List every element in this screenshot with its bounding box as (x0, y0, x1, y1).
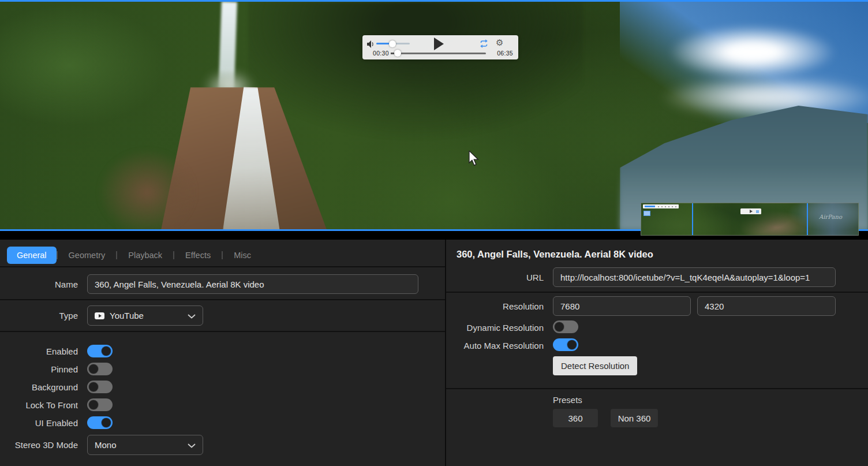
lock-to-front-toggle[interactable] (87, 398, 113, 411)
separator (0, 266, 445, 267)
mini-controls-box (740, 208, 761, 214)
ui-enabled-toggle[interactable] (87, 416, 113, 429)
enabled-toggle[interactable] (87, 345, 113, 357)
url-label: URL (446, 273, 544, 282)
youtube-icon (95, 312, 104, 319)
mouse-cursor (469, 151, 480, 169)
tab-general[interactable]: General (7, 247, 57, 264)
seek-thumb[interactable] (394, 50, 401, 57)
separator (0, 331, 445, 332)
gear-icon[interactable]: ⚙ (496, 38, 503, 48)
tab-misc[interactable]: Misc (223, 251, 262, 260)
resolution-height-input[interactable] (697, 296, 836, 316)
rocks (98, 149, 196, 231)
view-boundary-line (692, 203, 693, 235)
auto-max-resolution-label: Auto Max Resolution (446, 341, 544, 351)
mini-player-toolbar (643, 204, 679, 208)
background-label: Background (0, 382, 78, 392)
tab-playback[interactable]: Playback (117, 251, 173, 260)
type-value: YouTube (110, 311, 144, 320)
tab-geometry[interactable]: Geometry (58, 251, 117, 260)
dynamic-resolution-label: Dynamic Resolution (446, 323, 544, 333)
pinned-label: Pinned (0, 364, 78, 374)
url-input[interactable] (553, 267, 836, 287)
volume-slider[interactable] (376, 43, 410, 44)
cliff-scenery (248, 2, 583, 140)
resolution-width-input[interactable] (553, 296, 691, 316)
name-input[interactable] (87, 274, 418, 294)
type-dropdown[interactable]: YouTube (87, 305, 203, 326)
current-time-label: 00:30 (373, 50, 389, 57)
tab-bar: General Geometry Playback Effects Misc (7, 247, 262, 264)
panorama-preview-strip[interactable]: AirPano (641, 203, 859, 236)
lock-to-front-label: Lock To Front (0, 400, 78, 410)
mini-thumbnail-chip (643, 211, 650, 216)
seek-fill (391, 53, 398, 54)
play-button[interactable] (434, 38, 444, 50)
presets-label: Presets (553, 395, 582, 405)
cloud (669, 25, 836, 80)
video-viewport[interactable] (0, 0, 868, 231)
mini-toolbar-dots (658, 206, 676, 207)
video-player-controls: ⚙ 00:30 06:35 (362, 35, 518, 59)
app-window: ⚙ 00:30 06:35 AirPano General Geo (0, 0, 868, 466)
duration-label: 06:35 (497, 50, 513, 57)
resolution-label: Resolution (446, 301, 544, 311)
mini-volume-bar (645, 206, 655, 207)
name-label: Name (0, 279, 78, 289)
enabled-label: Enabled (0, 346, 78, 356)
detect-resolution-button[interactable]: Detect Resolution (553, 356, 637, 375)
preset-non-360-button[interactable]: Non 360 (611, 409, 658, 427)
ui-enabled-label: UI Enabled (0, 418, 78, 428)
video-title: 360, Angel Falls, Venezuela. Aerial 8K v… (457, 249, 653, 260)
separator (0, 299, 445, 300)
stereo-3d-mode-dropdown[interactable]: Mono (87, 435, 203, 455)
separator (446, 292, 868, 293)
background-toggle[interactable] (87, 381, 113, 393)
watermark-text: AirPano (819, 214, 842, 220)
chevron-down-icon (188, 311, 196, 320)
volume-fill (376, 43, 392, 44)
stereo-3d-mode-label: Stereo 3D Mode (0, 440, 78, 450)
auto-max-resolution-toggle[interactable] (553, 338, 578, 351)
type-label: Type (0, 311, 78, 320)
separator (446, 388, 868, 389)
preset-360-button[interactable]: 360 (553, 409, 598, 427)
chevron-down-icon (188, 440, 196, 450)
pinned-toggle[interactable] (87, 363, 113, 375)
properties-panel: General Geometry Playback Effects Misc N… (0, 240, 445, 466)
volume-thumb[interactable] (389, 40, 396, 47)
source-panel: 360, Angel Falls, Venezuela. Aerial 8K v… (446, 240, 868, 466)
dynamic-resolution-toggle[interactable] (553, 320, 578, 333)
stereo-3d-mode-value: Mono (95, 440, 117, 450)
settings-section: General Geometry Playback Effects Misc N… (0, 240, 868, 466)
view-boundary-line (807, 203, 808, 235)
tab-effects[interactable]: Effects (174, 251, 222, 260)
seek-bar[interactable] (391, 53, 486, 54)
